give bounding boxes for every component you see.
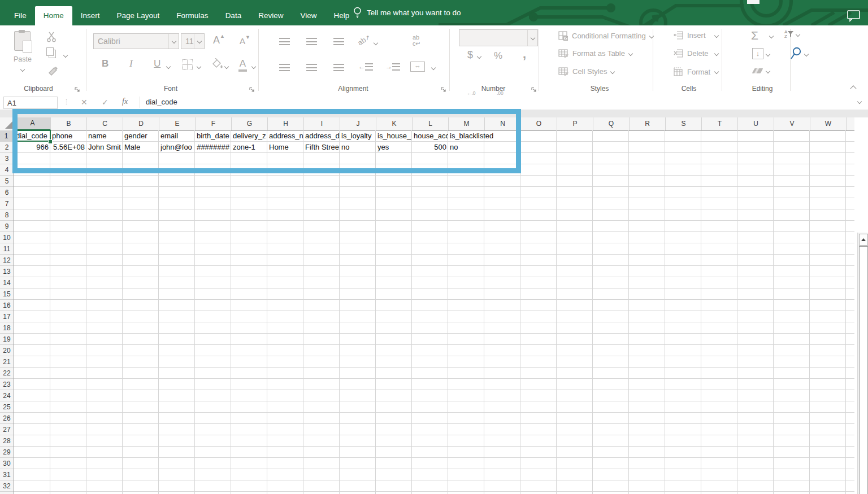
fill-color-button[interactable] xyxy=(211,58,223,69)
column-header-o[interactable]: O xyxy=(521,117,557,130)
percent-style-button[interactable]: % xyxy=(494,50,502,62)
column-header-a[interactable]: A xyxy=(15,117,51,130)
underline-dropdown-chevron[interactable] xyxy=(166,64,171,69)
bottom-align-button[interactable] xyxy=(333,38,344,45)
alignment-dialog-launcher[interactable] xyxy=(441,87,446,93)
conditional-formatting-button[interactable]: Conditional Formatting xyxy=(558,31,653,41)
fill-color-dropdown-chevron[interactable] xyxy=(224,64,229,69)
cell-e1[interactable]: email xyxy=(159,130,195,142)
column-header-d[interactable]: D xyxy=(123,117,159,130)
cell-b1[interactable]: phone xyxy=(50,130,86,142)
row-header-6[interactable]: 6 xyxy=(0,187,14,198)
collapse-ribbon-button[interactable] xyxy=(850,85,856,91)
underline-button[interactable]: U xyxy=(154,58,160,69)
scroll-up-button[interactable] xyxy=(859,234,868,246)
cell-c2[interactable]: John Smit xyxy=(86,142,123,153)
tab-file[interactable]: File xyxy=(6,6,35,25)
column-header-c[interactable]: C xyxy=(87,117,123,130)
row-header-15[interactable]: 15 xyxy=(0,288,14,300)
font-color-dropdown-chevron[interactable] xyxy=(251,64,256,69)
tab-data[interactable]: Data xyxy=(217,6,250,25)
tab-home[interactable]: Home xyxy=(35,6,72,25)
row-header-8[interactable]: 8 xyxy=(0,209,14,221)
cell-i2[interactable]: Fifth Stree xyxy=(303,142,340,153)
accounting-format-button[interactable]: $ xyxy=(467,49,473,61)
row-header-21[interactable]: 21 xyxy=(0,356,14,368)
row-header-5[interactable]: 5 xyxy=(0,176,14,187)
bold-button[interactable]: B xyxy=(102,58,108,69)
tab-review[interactable]: Review xyxy=(250,6,292,25)
tab-insert[interactable]: Insert xyxy=(72,6,108,25)
column-header-e[interactable]: E xyxy=(159,117,196,130)
column-header-u[interactable]: U xyxy=(738,117,774,130)
cell-grid[interactable]: dial_codephonenamegenderemailbirth_dated… xyxy=(14,130,854,494)
increase-font-size-button[interactable]: A▲ xyxy=(213,33,225,46)
column-header-j[interactable]: J xyxy=(340,117,376,130)
cell-g2[interactable]: zone-1 xyxy=(231,142,267,153)
formula-input[interactable]: dial_code xyxy=(146,98,177,106)
cell-h2[interactable]: Home xyxy=(267,142,303,153)
format-painter-button[interactable] xyxy=(47,66,59,76)
cell-styles-button[interactable]: Cell Styles xyxy=(558,67,614,76)
cell-k2[interactable]: yes xyxy=(376,142,412,153)
paste-button[interactable]: Paste xyxy=(14,31,32,73)
autosum-button[interactable]: Σ xyxy=(751,29,758,42)
cell-e2[interactable]: john@foo xyxy=(159,142,195,153)
font-dialog-launcher[interactable] xyxy=(249,87,255,93)
cell-b2[interactable]: 5.56E+08 xyxy=(50,142,86,153)
column-header-m[interactable]: M xyxy=(449,117,485,130)
column-header-r[interactable]: R xyxy=(630,117,666,130)
cell-m1[interactable]: is_blacklisted xyxy=(448,130,495,142)
column-header-f[interactable]: F xyxy=(196,117,232,130)
cell-c1[interactable]: name xyxy=(86,130,123,142)
cell-g1[interactable]: delivery_z xyxy=(231,130,267,142)
autosum-dropdown-chevron[interactable] xyxy=(769,34,774,38)
insert-cells-button[interactable]: Insert xyxy=(674,31,718,40)
orientation-dropdown-chevron[interactable] xyxy=(374,41,378,45)
row-header-22[interactable]: 22 xyxy=(0,368,14,379)
name-box[interactable]: A1 xyxy=(3,97,58,109)
decrease-font-size-button[interactable]: A▼ xyxy=(240,34,250,46)
scrollbar-thumb[interactable] xyxy=(859,246,868,494)
middle-align-button[interactable] xyxy=(306,38,317,45)
row-header-12[interactable]: 12 xyxy=(0,255,14,266)
align-left-button[interactable] xyxy=(279,64,290,71)
fill-down-button[interactable]: ↓ xyxy=(752,48,763,59)
clear-button[interactable] xyxy=(753,68,762,73)
cell-d2[interactable]: Male xyxy=(123,142,159,153)
row-header-29[interactable]: 29 xyxy=(0,447,14,458)
column-header-n[interactable]: N xyxy=(485,117,521,130)
comma-style-button[interactable]: , xyxy=(523,47,526,62)
enter-button[interactable]: ✓ xyxy=(102,98,108,107)
decrease-indent-button[interactable]: ← xyxy=(358,63,373,71)
row-header-2[interactable]: 2 xyxy=(0,142,14,153)
row-header-24[interactable]: 24 xyxy=(0,390,14,401)
format-as-table-button[interactable]: Format as Table xyxy=(558,49,632,58)
column-header-q[interactable]: Q xyxy=(593,117,630,130)
column-header-s[interactable]: S xyxy=(666,117,702,130)
cell-l1[interactable]: house_acc xyxy=(412,130,448,142)
row-header-13[interactable]: 13 xyxy=(0,266,14,277)
borders-button[interactable] xyxy=(182,59,193,70)
row-header-23[interactable]: 23 xyxy=(0,379,14,390)
find-select-dropdown-chevron[interactable] xyxy=(804,52,809,56)
cell-l2[interactable]: 500 xyxy=(412,142,448,153)
column-header-g[interactable]: G xyxy=(232,117,268,130)
tab-formulas[interactable]: Formulas xyxy=(168,6,216,25)
column-header-v[interactable]: V xyxy=(774,117,810,130)
row-header-26[interactable]: 26 xyxy=(0,413,14,424)
top-align-button[interactable] xyxy=(279,38,290,45)
orientation-button[interactable]: ab↗ xyxy=(356,33,372,47)
row-header-14[interactable]: 14 xyxy=(0,277,14,288)
tell-me-box[interactable]: Tell me what you want to do xyxy=(353,0,461,25)
column-header-k[interactable]: K xyxy=(376,117,413,130)
row-header-31[interactable]: 31 xyxy=(0,469,14,480)
italic-button[interactable]: I xyxy=(129,58,133,69)
row-header-1[interactable]: 1 xyxy=(0,130,14,142)
font-name-select[interactable]: Calibri xyxy=(93,33,179,49)
row-header-4[interactable]: 4 xyxy=(0,164,14,176)
cell-a2[interactable]: 966 xyxy=(14,142,50,153)
find-select-button[interactable] xyxy=(790,47,802,60)
number-dialog-launcher[interactable] xyxy=(531,87,537,93)
cell-j2[interactable]: no xyxy=(340,142,376,153)
